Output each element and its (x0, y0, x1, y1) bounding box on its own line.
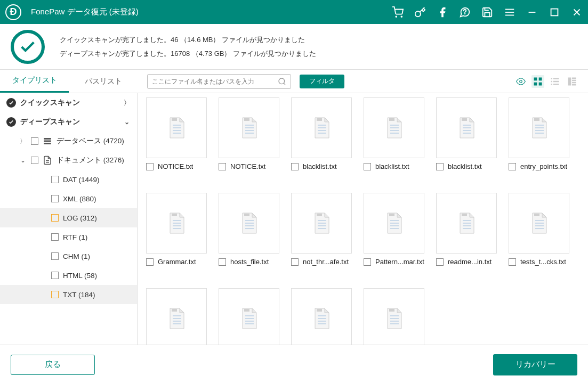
file-thumbnail[interactable] (146, 288, 207, 345)
checkbox[interactable] (51, 214, 59, 222)
file-item[interactable]: tests_th...lver.txt (219, 288, 279, 345)
close-icon[interactable] (571, 6, 583, 18)
file-item[interactable]: blacklist.txt (291, 97, 352, 170)
file-thumbnail[interactable] (364, 193, 424, 254)
svg-rect-82 (389, 214, 394, 216)
file-checkbox[interactable] (291, 163, 299, 170)
file-checkbox[interactable] (291, 258, 299, 266)
checkbox[interactable] (51, 176, 59, 183)
file-thumbnail[interactable] (291, 288, 352, 345)
file-checkbox[interactable] (509, 163, 516, 170)
sidebar-rtf[interactable]: RTF (1) (0, 227, 137, 247)
file-thumbnail[interactable] (146, 97, 207, 158)
file-item[interactable]: tests_t...cks.txt (509, 193, 569, 266)
svg-rect-23 (568, 77, 571, 85)
file-thumbnail[interactable] (436, 97, 497, 158)
sidebar-chm[interactable]: CHM (1) (0, 247, 137, 266)
file-item[interactable]: NOTICE.txt (219, 97, 279, 170)
file-checkbox[interactable] (436, 163, 444, 170)
file-item[interactable]: top_level.txt (291, 288, 352, 345)
grid-view-icon[interactable] (531, 75, 544, 88)
key-icon[interactable] (414, 6, 426, 18)
checkbox[interactable] (31, 137, 38, 145)
file-item[interactable]: blacklist.txt (436, 97, 497, 170)
file-item[interactable]: readme...in.txt (436, 193, 497, 266)
checkbox[interactable] (51, 233, 59, 241)
sidebar-database[interactable]: 〉 データベース (4720) (0, 132, 137, 151)
file-thumbnail[interactable] (509, 97, 569, 158)
filter-button[interactable]: フィルタ (300, 75, 344, 88)
search-box[interactable] (147, 74, 291, 89)
file-item[interactable]: Grammar.txt (146, 193, 207, 266)
file-item[interactable]: LICENS...on.txt (364, 288, 424, 345)
view-controls (514, 75, 578, 88)
back-button[interactable]: 戻る (11, 355, 95, 375)
file-item[interactable]: NOTICE.txt (146, 97, 207, 170)
complete-check-icon (11, 30, 45, 64)
file-name: readme...in.txt (448, 258, 492, 266)
file-thumbnail[interactable] (364, 97, 424, 158)
checkbox[interactable] (51, 291, 59, 298)
file-item[interactable]: blacklist.txt (364, 97, 424, 170)
maximize-icon[interactable] (549, 6, 560, 18)
detail-view-icon[interactable] (566, 75, 578, 88)
sidebar-log[interactable]: LOG (312) (0, 208, 137, 227)
file-item[interactable]: not_thr...afe.txt (291, 193, 352, 266)
file-checkbox[interactable] (509, 258, 516, 266)
file-item[interactable]: hosts_file.txt (219, 193, 279, 266)
file-checkbox[interactable] (364, 258, 371, 266)
file-item[interactable]: Pattern...mar.txt (364, 193, 424, 266)
file-checkbox[interactable] (364, 163, 371, 170)
search-input[interactable] (152, 78, 278, 85)
checkbox[interactable] (51, 195, 59, 202)
file-checkbox[interactable] (146, 258, 154, 266)
preview-icon[interactable] (514, 75, 527, 88)
file-thumbnail[interactable] (364, 288, 424, 345)
sidebar-document[interactable]: ⌄ ドキュメント (3276) (0, 151, 137, 170)
recover-button[interactable]: リカバリー (493, 354, 577, 375)
minimize-icon[interactable] (526, 6, 538, 18)
save-icon[interactable] (481, 6, 493, 18)
file-thumbnail[interactable] (219, 288, 279, 345)
checkbox[interactable] (51, 252, 59, 260)
sidebar-dat[interactable]: DAT (1449) (0, 170, 137, 189)
tab-type-list[interactable]: タイプリスト (0, 70, 69, 93)
file-thumbnail[interactable] (219, 97, 279, 158)
list-view-icon[interactable] (549, 75, 561, 88)
file-checkbox[interactable] (436, 258, 444, 266)
file-item[interactable]: tests_t...tch.txt (146, 288, 207, 345)
sidebar-html[interactable]: HTML (58) (0, 266, 137, 285)
file-checkbox[interactable] (146, 163, 154, 170)
svg-rect-87 (462, 214, 467, 216)
file-checkbox[interactable] (219, 258, 226, 266)
svg-rect-37 (172, 118, 177, 121)
sidebar-xml[interactable]: XML (880) (0, 189, 137, 208)
svg-point-10 (279, 78, 285, 84)
sidebar-deep-scan[interactable]: ディープスキャン ⌄ (0, 112, 137, 132)
file-thumbnail[interactable] (291, 193, 352, 254)
file-thumbnail[interactable] (219, 193, 279, 254)
file-thumbnail[interactable] (291, 97, 352, 158)
menu-icon[interactable] (504, 6, 515, 18)
sidebar-txt[interactable]: TXT (184) (0, 285, 137, 304)
file-thumbnail[interactable] (509, 193, 569, 254)
svg-rect-15 (534, 82, 537, 85)
file-checkbox[interactable] (219, 163, 226, 170)
file-thumbnail[interactable] (436, 193, 497, 254)
svg-point-1 (401, 16, 402, 17)
help-icon[interactable] (459, 6, 471, 18)
checkbox[interactable] (51, 272, 59, 279)
svg-rect-21 (551, 84, 553, 85)
checkbox[interactable] (31, 157, 38, 164)
search-icon[interactable] (278, 77, 286, 86)
svg-rect-27 (572, 84, 576, 86)
file-item[interactable]: entry_points.txt (509, 97, 569, 170)
sidebar-quick-scan[interactable]: クイックスキャン 〉 (0, 93, 137, 112)
file-thumbnail[interactable] (146, 193, 207, 254)
svg-rect-26 (572, 81, 576, 83)
checkmark-icon (6, 98, 16, 108)
facebook-icon[interactable] (437, 6, 448, 18)
cart-icon[interactable] (392, 6, 404, 18)
tab-path-list[interactable]: パスリスト (69, 70, 138, 93)
file-name: blacklist.txt (303, 162, 337, 170)
